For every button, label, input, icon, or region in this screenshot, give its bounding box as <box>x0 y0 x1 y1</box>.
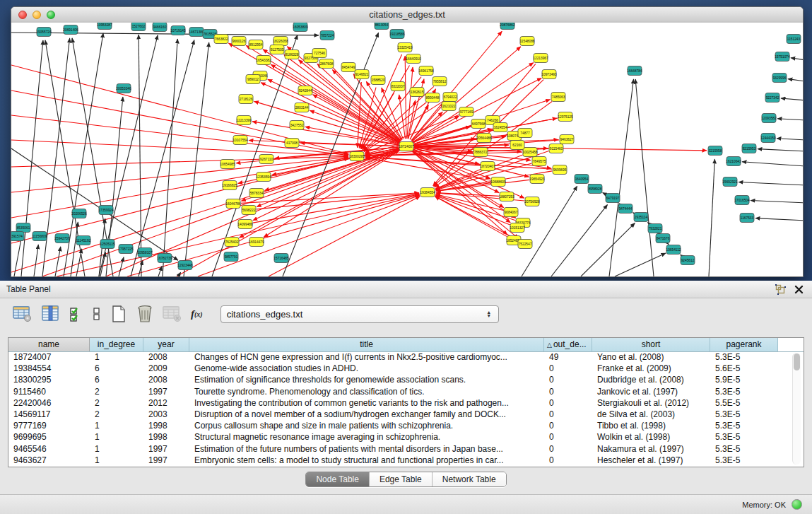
graph-node[interactable]: 7886372 <box>473 148 488 157</box>
column-header-name[interactable]: name <box>8 338 90 351</box>
show-columns-icon[interactable] <box>41 304 60 324</box>
graph-node[interactable]: 2718126 <box>239 95 253 104</box>
graph-node[interactable]: 9146821 <box>355 70 369 79</box>
graph-node[interactable]: 989012 <box>246 75 260 84</box>
table-cell[interactable]: 0 <box>544 398 592 408</box>
table-cell[interactable]: 5.3E-5 <box>710 387 778 397</box>
graph-node[interactable]: 14099488 <box>237 220 253 229</box>
table-cell[interactable]: 5.3E-5 <box>710 432 778 442</box>
graph-node[interactable]: 16053809 <box>293 23 308 32</box>
table-cell[interactable]: 5.6E-5 <box>710 363 778 373</box>
graph-node[interactable]: 12975125 <box>558 112 573 122</box>
graph-node[interactable]: 8990448 <box>425 93 440 103</box>
graph-edge[interactable] <box>742 162 803 166</box>
graph-edge[interactable] <box>791 58 803 60</box>
graph-node[interactable]: 2867608 <box>319 59 334 69</box>
graph-node[interactable]: 8912954 <box>249 40 263 49</box>
table-cell[interactable]: Disruption of a novel member of a sodium… <box>189 409 544 419</box>
graph-node[interactable]: 74877 <box>518 129 532 138</box>
table-row[interactable]: 946362711997Embryonic stem cells: a mode… <box>8 455 804 466</box>
graph-edge[interactable] <box>139 261 143 276</box>
graph-node[interactable]: 16210643 <box>726 157 741 166</box>
graph-edge[interactable] <box>758 149 803 151</box>
graph-node[interactable]: 15716485 <box>273 254 289 263</box>
table-cell[interactable]: 0 <box>544 375 592 385</box>
column-header-out_de[interactable]: △out_de... <box>544 338 592 351</box>
graph-edge[interactable] <box>609 79 634 276</box>
graph-node[interactable]: 9227342 <box>765 93 779 103</box>
graph-edge[interactable] <box>11 33 319 35</box>
graph-node[interactable]: 12444159 <box>760 134 776 143</box>
graph-node[interactable]: 7625402 <box>225 238 239 247</box>
table-cell[interactable]: 22420046 <box>8 398 90 408</box>
graph-node[interactable]: 1527602 <box>131 23 146 31</box>
table-cell[interactable]: Investigating the contribution of common… <box>189 398 544 408</box>
graph-edge[interactable] <box>581 223 635 276</box>
graph-edge[interactable] <box>405 56 406 139</box>
graph-node[interactable]: 1151243 <box>787 35 801 44</box>
graph-node[interactable]: 15751074 <box>775 52 790 62</box>
graph-node[interactable]: 8471676 <box>656 234 670 243</box>
graph-node[interactable]: 19055724 <box>36 28 52 37</box>
table-mode-icon[interactable] <box>13 304 32 324</box>
graph-node[interactable]: 14671388 <box>189 28 204 37</box>
graph-edge[interactable] <box>34 245 38 276</box>
graph-edge[interactable] <box>788 79 803 81</box>
graph-node[interactable]: 417008 <box>285 139 299 148</box>
tab-node-table[interactable]: Node Table <box>306 472 370 486</box>
table-cell[interactable]: Embryonic stem cells: a model to study s… <box>189 455 544 465</box>
table-row[interactable]: 1872400712008Changes of HCN gene express… <box>8 351 804 363</box>
graph-node[interactable]: 20876862 <box>500 23 515 30</box>
graph-node[interactable]: 7932821 <box>648 224 662 233</box>
table-cell[interactable]: 9115460 <box>8 387 90 397</box>
graph-node[interactable]: 8454749 <box>341 63 355 72</box>
table-cell[interactable]: de Silva et al. (2003) <box>592 409 710 419</box>
graph-node[interactable]: 16961758 <box>418 66 434 76</box>
graph-edge[interactable] <box>615 253 666 276</box>
graph-edge[interactable] <box>777 139 803 140</box>
graph-node[interactable]: 17957225 <box>118 245 134 254</box>
graph-node[interactable]: 1624554 <box>493 123 507 132</box>
graph-node[interactable]: 20756928 <box>524 197 540 206</box>
table-cell[interactable]: 14569117 <box>8 409 90 419</box>
column-header-year[interactable]: year <box>143 338 189 351</box>
graph-edge[interactable] <box>55 247 61 276</box>
graph-node[interactable]: 9474444 <box>618 204 632 214</box>
function-builder-icon[interactable]: f(x) <box>191 304 203 324</box>
graph-edge[interactable] <box>751 201 803 203</box>
table-cell[interactable]: 1998 <box>143 432 189 442</box>
graph-node[interactable]: 1640954 <box>575 175 589 184</box>
table-cell[interactable]: 5.3E-5 <box>710 352 778 362</box>
graph-node[interactable]: 18300295 <box>349 152 365 161</box>
graph-node[interactable]: 9463627 <box>560 135 574 144</box>
table-cell[interactable]: 0 <box>544 387 592 397</box>
table-cell[interactable]: 1997 <box>143 444 189 454</box>
tab-edge-table[interactable]: Edge Table <box>370 472 433 486</box>
table-cell[interactable]: Corpus callosum shape and size in male p… <box>189 421 544 431</box>
graph-node[interactable]: 5698222 <box>242 206 256 215</box>
graph-edge[interactable] <box>11 149 399 272</box>
table-cell[interactable]: 2012 <box>143 398 189 408</box>
graph-node[interactable]: 16782739 <box>157 254 172 263</box>
graph-node[interactable]: 17016504 <box>734 196 750 205</box>
network-view-window[interactable]: citations_edges.txt 19055724206914061095… <box>11 6 804 277</box>
graph-node[interactable]: 9699695 <box>553 165 567 175</box>
table-cell[interactable]: 2009 <box>143 363 189 373</box>
graph-node[interactable]: 10151327 <box>510 223 525 233</box>
column-header-pagerank[interactable]: pagerank <box>710 338 778 351</box>
network-graph-svg[interactable]: 1905572420691406109532871527602946616010… <box>11 23 803 276</box>
graph-node[interactable]: 8322037 <box>391 82 405 91</box>
table-cell[interactable]: 1 <box>90 455 143 465</box>
graph-edge[interactable] <box>668 244 669 245</box>
table-cell[interactable]: Structural magnetic resonance image aver… <box>189 432 544 442</box>
graph-edge[interactable] <box>139 35 141 276</box>
graph-edge[interactable] <box>777 119 803 120</box>
graph-node[interactable]: 1167533 <box>740 214 754 223</box>
graph-node[interactable]: 11156809 <box>33 232 47 241</box>
table-cell[interactable]: 9465546 <box>8 444 90 454</box>
graph-node[interactable]: 9127505 <box>270 45 284 54</box>
graph-node[interactable]: 18226058 <box>273 37 288 46</box>
graph-node[interactable]: 8535061 <box>16 223 30 233</box>
graph-node[interactable]: 1588520 <box>371 76 385 85</box>
graph-node[interactable]: 18724007 <box>399 142 414 151</box>
